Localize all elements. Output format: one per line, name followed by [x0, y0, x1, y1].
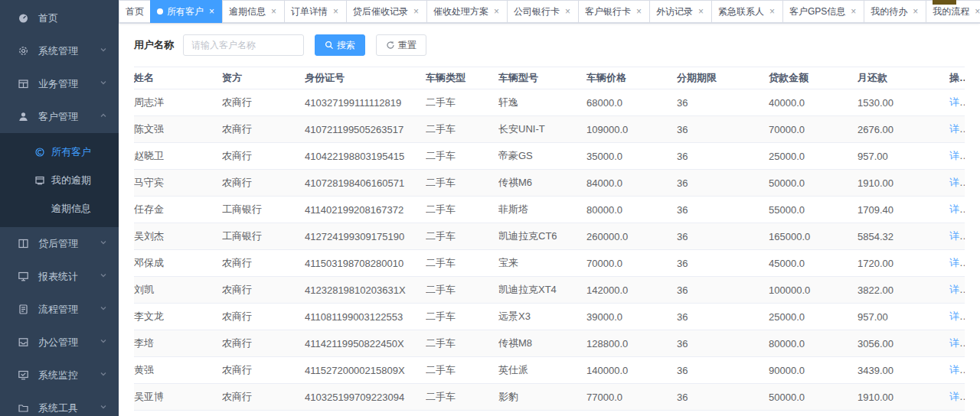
detail-link[interactable]: 详情: [949, 337, 965, 349]
sidebar-item-process[interactable]: 流程管理: [0, 293, 119, 326]
cell-term: 36: [677, 204, 769, 216]
customer-name-input[interactable]: [183, 34, 304, 56]
cell-id_number: 410721199505263517: [305, 124, 426, 135]
tab-close-icon[interactable]: ×: [911, 8, 920, 16]
table-row: 吴刘杰工商银行412724199309175190二手车凯迪拉克CT626000…: [134, 223, 965, 250]
sidebar-item-loan[interactable]: 贷后管理: [0, 227, 119, 260]
detail-link[interactable]: 详情: [949, 150, 965, 161]
cell-funder: 农商行: [222, 283, 305, 297]
tab-close-icon[interactable]: ×: [207, 8, 216, 16]
detail-link[interactable]: 详情: [949, 96, 965, 108]
cell-monthly: 1530.00: [858, 97, 949, 109]
overdue-icon: [34, 174, 46, 187]
tab-label: 所有客户: [167, 5, 204, 18]
sidebar-item-home[interactable]: 首页: [0, 2, 119, 34]
tab-my-todo[interactable]: 我的待办×: [864, 0, 926, 23]
detail-link[interactable]: 详情: [949, 123, 965, 135]
sidebar-subitem-all-customers[interactable]: 所有客户: [0, 138, 119, 166]
cell-price: 77000.0: [586, 392, 677, 403]
sidebar-subitem-my-overdue[interactable]: 我的逾期: [0, 166, 119, 194]
tab-collection-plan[interactable]: 催收处理方案×: [426, 0, 508, 23]
reset-button[interactable]: 重置: [376, 34, 426, 56]
cell-monthly: 957.00: [858, 151, 949, 162]
tab-customer-bank-card[interactable]: 客户银行卡×: [578, 0, 650, 23]
detail-link[interactable]: 详情: [949, 177, 965, 188]
cell-funder: 农商行: [222, 310, 305, 323]
tab-visit-record[interactable]: 外访记录×: [649, 0, 712, 23]
tab-close-icon[interactable]: ×: [492, 8, 501, 16]
cell-action: 详情: [949, 336, 965, 350]
chevron-down-icon: [99, 304, 108, 315]
tab-close-icon[interactable]: ×: [332, 8, 340, 16]
cell-vehicle_type: 二手车: [426, 310, 498, 323]
tab-home[interactable]: 首页: [119, 0, 151, 23]
table-row: 刘凯农商行41232819810203631X二手车凯迪拉克XT4142000.…: [134, 277, 965, 304]
tab-company-bank-card[interactable]: 公司银行卡×: [507, 0, 579, 23]
cell-vehicle_model: 英仕派: [498, 363, 586, 377]
tab-close-icon[interactable]: ×: [849, 8, 858, 16]
tab-close-icon[interactable]: ×: [270, 8, 278, 16]
cell-name: 陈文强: [134, 122, 222, 136]
cell-name: 黄强: [134, 363, 222, 377]
column-header-vehicle_model: 车辆型号: [498, 71, 586, 85]
cell-loan: 25000.0: [769, 311, 858, 323]
sidebar-item-tools[interactable]: 系统工具: [0, 392, 119, 416]
gear-icon: [17, 45, 29, 57]
detail-link[interactable]: 详情: [949, 284, 965, 295]
tab-emergency-contact[interactable]: 紧急联系人×: [711, 0, 783, 23]
cell-term: 36: [677, 124, 769, 135]
sidebar-item-business[interactable]: 业务管理: [0, 67, 119, 100]
detail-link[interactable]: 详情: [949, 391, 965, 402]
tab-label: 公司银行卡: [514, 5, 560, 18]
cell-loan: 70000.0: [769, 124, 858, 135]
tab-close-icon[interactable]: ×: [564, 8, 572, 16]
tab-all-customers[interactable]: 所有客户×: [150, 0, 223, 23]
search-button[interactable]: 搜索: [315, 34, 365, 56]
search-label: 用户名称: [134, 38, 174, 52]
table-row: 李培农商行41142119950822450X二手车传祺M8128800.036…: [134, 330, 965, 357]
tab-close-icon[interactable]: ×: [635, 8, 643, 16]
sidebar-item-system[interactable]: 系统管理: [0, 34, 119, 67]
cell-action: 详情: [949, 363, 965, 377]
column-header-loan: 贷款金额: [769, 71, 858, 85]
detail-link[interactable]: 详情: [949, 310, 965, 322]
tab-collection-record[interactable]: 贷后催收记录×: [346, 0, 427, 23]
cell-name: 吴亚博: [134, 390, 222, 404]
chevron-down-icon: [99, 369, 108, 381]
sidebar-subitem-overdue-info[interactable]: 逾期信息: [0, 194, 119, 223]
tab-order-detail[interactable]: 订单详情×: [284, 0, 347, 23]
sidebar-submenu: 所有客户我的逾期逾期信息: [0, 133, 119, 227]
sidebar-item-label: 系统管理: [38, 44, 99, 58]
table-row: 赵晓卫农商行410422198803195415二手车帝豪GS35000.036…: [134, 143, 965, 170]
sidebar-item-report[interactable]: 报表统计: [0, 260, 119, 293]
cell-vehicle_model: 长安UNI-T: [498, 122, 586, 136]
tab-customer-gps[interactable]: 客户GPS信息×: [782, 0, 864, 23]
search-form: 用户名称 搜索 重置: [134, 34, 965, 56]
cell-term: 36: [677, 392, 769, 403]
cell-name: 赵晓卫: [134, 149, 222, 163]
cell-price: 35000.0: [586, 151, 677, 162]
cell-price: 84000.0: [586, 177, 677, 189]
detail-link[interactable]: 详情: [949, 257, 965, 268]
sidebar-item-office[interactable]: 办公管理: [0, 326, 119, 359]
sidebar-item-label: 客户管理: [38, 110, 99, 124]
detail-link[interactable]: 详情: [949, 230, 965, 242]
monitor-check-icon: [17, 369, 29, 382]
cell-vehicle_type: 二手车: [426, 390, 498, 404]
column-header-funder: 资方: [222, 71, 305, 85]
cell-vehicle_type: 二手车: [426, 283, 498, 297]
detail-link[interactable]: 详情: [949, 364, 965, 375]
tab-close-icon[interactable]: ×: [973, 8, 980, 16]
tab-close-icon[interactable]: ×: [768, 8, 776, 16]
tab-overdue-info[interactable]: 逾期信息×: [222, 0, 285, 23]
column-header-price: 车辆价格: [586, 71, 677, 85]
cell-loan: 45000.0: [769, 258, 858, 269]
sidebar-item-customer[interactable]: 客户管理: [0, 100, 119, 133]
cell-vehicle_model: 菲斯塔: [498, 203, 586, 216]
tab-close-icon[interactable]: ×: [697, 8, 705, 16]
cell-action: 详情: [949, 310, 965, 323]
detail-link[interactable]: 详情: [949, 203, 965, 215]
tab-close-icon[interactable]: ×: [412, 8, 420, 16]
cell-id_number: 410327199111112819: [305, 97, 426, 109]
sidebar-item-monitor[interactable]: 系统监控: [0, 359, 119, 392]
